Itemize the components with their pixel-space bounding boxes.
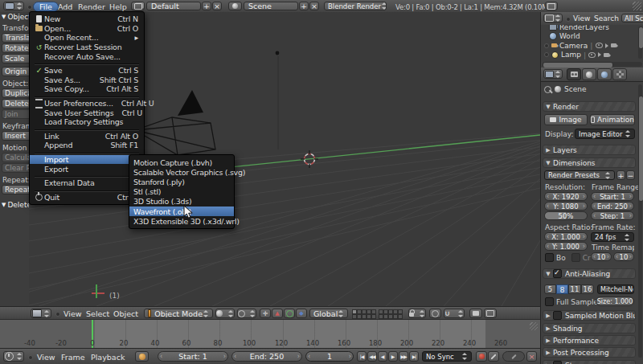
menu-item-save-user-settings[interactable]: Save User SettingsCtrl U bbox=[30, 108, 144, 117]
menu-item-save-as[interactable]: Save As...Shift Ctrl S bbox=[30, 76, 144, 85]
panel-header-render[interactable]: ▼Render bbox=[543, 101, 636, 112]
outliner-item-world[interactable]: World bbox=[541, 32, 643, 42]
menu-item-save-copy[interactable]: Save Copy...Ctrl Alt S bbox=[30, 84, 144, 94]
header-collapse-dot[interactable] bbox=[566, 17, 571, 22]
translate-button[interactable]: Translate bbox=[2, 33, 30, 43]
menu-item-stanford-ply[interactable]: Stanford (.ply) bbox=[129, 177, 234, 186]
outliner-vertical-scrollbar[interactable] bbox=[638, 27, 642, 59]
menu-object[interactable]: Object bbox=[113, 309, 138, 318]
menu-item-3d-studio[interactable]: 3D Studio (.3ds) bbox=[129, 197, 234, 207]
resolution-y-field[interactable]: ‹Y: 1080› bbox=[544, 202, 588, 211]
transform-orientation-select[interactable]: Global bbox=[309, 309, 348, 318]
panel-header-delete[interactable]: ▼Delete bbox=[0, 200, 29, 210]
editor-type-button[interactable] bbox=[3, 351, 24, 362]
menu-item-quit[interactable]: QuitCtrl Q bbox=[30, 193, 144, 202]
close-layout-button[interactable]: × bbox=[212, 2, 222, 10]
remap-old-field[interactable]: ‹10› bbox=[591, 252, 612, 261]
calculate-paths-button[interactable]: Calculate bbox=[2, 153, 30, 162]
snap-select[interactable]: ∪ bbox=[444, 309, 465, 318]
menu-render[interactable]: Render bbox=[78, 2, 105, 11]
panel-header-antialiasing[interactable]: ▼ Anti-Aliasing bbox=[543, 268, 636, 279]
mode-select[interactable]: Object Mode bbox=[144, 309, 213, 318]
frame-end-field[interactable]: ‹End: 250› bbox=[231, 351, 302, 362]
display-mode-select[interactable]: Image Editor bbox=[575, 129, 635, 139]
restrict-view-icon[interactable] bbox=[588, 52, 596, 58]
area-resize-grip[interactable] bbox=[633, 2, 641, 10]
header-collapse-dot[interactable] bbox=[55, 312, 60, 317]
remove-preset-button[interactable]: − bbox=[626, 170, 635, 180]
menu-item-new[interactable]: NewCtrl N bbox=[30, 14, 144, 24]
menu-search[interactable]: Search bbox=[594, 14, 619, 22]
menu-item-load-factory-settings[interactable]: Load Factory Settings bbox=[30, 117, 144, 127]
menu-item-append[interactable]: AppendShift F1 bbox=[30, 141, 144, 150]
current-frame-field[interactable]: ‹1› bbox=[305, 351, 354, 362]
close-scene-button[interactable]: × bbox=[309, 2, 319, 10]
menu-help[interactable]: Help bbox=[109, 2, 127, 11]
manipulator-widget-toggle[interactable]: ✛ bbox=[260, 309, 271, 318]
menu-item-motion-capture[interactable]: Motion Capture (.bvh) bbox=[129, 157, 234, 167]
border-checkbox[interactable] bbox=[545, 253, 554, 262]
aa-samples-11-button[interactable]: 11 bbox=[568, 284, 581, 294]
scale-manipulator-toggle[interactable]: ◆ bbox=[296, 309, 307, 318]
insert-keyframe-button[interactable]: Insert bbox=[2, 131, 30, 141]
screen-layout-field[interactable]: Default bbox=[146, 2, 201, 10]
render-image-button[interactable]: Image bbox=[544, 114, 588, 125]
panel-header-object-tools[interactable]: ▼Object Tools bbox=[0, 12, 29, 22]
repeat-last-button[interactable]: Repeat Last bbox=[2, 185, 30, 194]
menu-item-link[interactable]: LinkCtrl Alt O bbox=[30, 132, 144, 141]
add-layout-button[interactable]: + bbox=[202, 2, 211, 10]
aspect-x-field[interactable]: ‹X: 1.000› bbox=[544, 232, 588, 241]
join-button[interactable]: Join bbox=[2, 109, 30, 119]
delete-button[interactable]: Delete bbox=[2, 99, 30, 108]
sync-mode-select[interactable]: No Sync bbox=[422, 351, 472, 362]
menu-frame[interactable]: Frame bbox=[61, 353, 85, 362]
antialiasing-checkbox[interactable] bbox=[553, 269, 562, 278]
header-collapse-dot[interactable] bbox=[28, 355, 33, 360]
record-button[interactable] bbox=[476, 351, 487, 362]
menu-item-open[interactable]: Open...Ctrl O bbox=[30, 24, 144, 34]
menu-item-import[interactable]: Import▸ bbox=[30, 155, 144, 165]
aa-samples-5-button[interactable]: 5 bbox=[544, 284, 556, 294]
aa-samples-16-button[interactable]: 16 bbox=[581, 284, 594, 294]
menu-item-user-preferences[interactable]: User Preferences...Ctrl Alt U bbox=[30, 99, 144, 108]
editor-type-button[interactable] bbox=[31, 309, 51, 318]
menu-item-stl[interactable]: Stl (.stl) bbox=[129, 187, 234, 197]
crop-checkbox[interactable] bbox=[571, 253, 580, 262]
panel-header-post-processing[interactable]: ▶Post Processing bbox=[543, 347, 636, 358]
add-scene-button[interactable]: + bbox=[299, 2, 309, 10]
scale-button[interactable]: Scale bbox=[2, 54, 30, 63]
menu-item-recover-last-session[interactable]: Recover Last Session bbox=[30, 43, 144, 52]
translate-manipulator-toggle[interactable]: ▲ bbox=[272, 309, 283, 318]
frame-step-field[interactable]: ‹Step: 1› bbox=[591, 211, 634, 220]
frame-rate-select[interactable]: 24 fps bbox=[591, 232, 634, 242]
menu-item-export[interactable]: Export▸ bbox=[30, 164, 144, 174]
resolution-percentage-slider[interactable]: 50% bbox=[544, 211, 588, 220]
menu-item-recover-auto-save[interactable]: Recover Auto Save... bbox=[30, 51, 144, 61]
frame-end-field[interactable]: ‹End: 250› bbox=[591, 202, 634, 211]
editor-type-button[interactable] bbox=[543, 14, 563, 22]
editor-type-button[interactable] bbox=[543, 69, 563, 79]
scene-browse-button[interactable] bbox=[228, 2, 242, 10]
panel-header-dimensions[interactable]: ▼Dimensions bbox=[543, 157, 636, 168]
render-engine-select[interactable]: Blender Render bbox=[324, 2, 387, 10]
restrict-view-icon[interactable] bbox=[596, 43, 603, 48]
new-window-button[interactable] bbox=[545, 2, 558, 10]
delete-keying-set-button[interactable]: × bbox=[526, 351, 537, 362]
outliner-horizontal-scrollbar[interactable] bbox=[543, 62, 642, 67]
viewport-shading-select[interactable] bbox=[215, 309, 235, 318]
opengl-render-anim-button[interactable] bbox=[484, 309, 497, 318]
timeline-ruler[interactable]: -40 -20 0 20 40 60 80 100 120 140 160 18… bbox=[0, 319, 540, 349]
panel-header-motion-blur[interactable]: ▶ Sampled Motion Blur bbox=[543, 310, 636, 321]
remap-new-field[interactable]: ‹10› bbox=[613, 252, 634, 261]
pin-icon[interactable] bbox=[544, 86, 551, 93]
add-preset-button[interactable]: + bbox=[616, 170, 625, 180]
restrict-render-icon[interactable] bbox=[604, 53, 609, 57]
menu-view[interactable]: View bbox=[573, 14, 590, 22]
motion-blur-checkbox[interactable] bbox=[553, 311, 562, 320]
proportional-edit-toggle[interactable] bbox=[429, 309, 441, 318]
tab-world[interactable] bbox=[597, 68, 612, 80]
frame-start-field[interactable]: ‹Start: 1› bbox=[158, 351, 228, 362]
outliner-item-renderlayers[interactable]: RenderLayers bbox=[541, 25, 643, 32]
menu-item-open-recent[interactable]: Open Recent...▸ bbox=[30, 33, 144, 43]
outliner-display-mode-select[interactable]: All Scenes bbox=[621, 14, 643, 22]
